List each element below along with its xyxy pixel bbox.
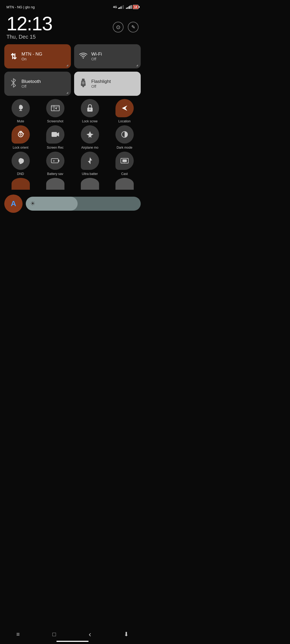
clock-area: 12:13 Thu, Dec 15 ⊙ ✎ [0,11,145,44]
clock-left: 12:13 Thu, Dec 15 [6,14,52,40]
small-tiles-row2: Lock orient Screen Rec Airplane mo Dark … [0,125,145,149]
cast-label: Cast [121,172,128,176]
tile-location[interactable]: Location [108,99,141,123]
clock-date: Thu, Dec 15 [6,34,52,40]
tile-screenshot[interactable]: Screenshot [39,99,71,123]
bluetooth-status: Off [21,84,41,89]
status-bar: MTN - NG | glo ng 4G 18 [0,0,145,11]
tile-bluetooth[interactable]: Bluetooth Off [4,72,71,96]
edit-icon[interactable]: ✎ [128,22,139,32]
wifi-expand-arrow [136,64,138,66]
bluetooth-text: Bluetooth Off [21,79,41,89]
tile-dnd[interactable]: DND [4,152,37,176]
tile-flashlight[interactable]: Flashlight Off [74,72,141,96]
flashlight-text: Flashlight Off [91,79,111,89]
clock-time: 12:13 [6,14,52,33]
partial-tile-3 [74,178,106,190]
screenrec-label: Screen Rec [47,146,64,149]
partial-circle-2 [46,178,64,190]
partial-circle-1 [12,178,30,190]
ultrabatter-circle [81,152,99,170]
bluetooth-expand-arrow [66,92,68,94]
bottom-area: A ☀ [0,192,145,215]
svg-rect-1 [82,79,85,80]
tile-lockscreen[interactable]: Lock scree [74,99,106,123]
partial-tile-2 [39,178,71,190]
svg-point-13 [20,134,21,135]
tile-darkmode[interactable]: Dark mode [108,125,141,149]
carrier-text: MTN - NG | glo ng [6,5,35,9]
network-type: 4G [113,5,117,9]
mute-label: Mute [17,119,24,123]
svg-point-0 [83,57,84,58]
location-label: Location [118,119,130,123]
tile-mtn[interactable]: ⇅ MTN - NG On [4,44,71,68]
wifi-text: Wi-Fi Off [91,52,102,61]
tile-batterysav[interactable]: + Battery sav [39,152,71,176]
tile-mute[interactable]: Mute [4,99,37,123]
tile-screenrec[interactable]: Screen Rec [39,125,71,149]
clock-action-icons: ⊙ ✎ [113,22,139,32]
svg-rect-15 [52,132,57,137]
batterysav-circle: + [46,152,64,170]
tile-lockorient[interactable]: Lock orient [4,125,37,149]
partial-tile-4 [108,178,141,190]
wifi-icon [79,52,88,61]
svg-point-11 [89,109,90,110]
tile-airplane[interactable]: Airplane mo [74,125,106,149]
tile-ultrabatter[interactable]: Ultra batter [74,152,106,176]
small-tiles-row3: DND + Battery sav Ultra batter [0,152,145,176]
partial-tile-1 [4,178,37,190]
mtn-text: MTN - NG On [21,52,42,61]
partial-tiles-row [0,178,145,190]
mtn-icon: ⇅ [9,52,18,61]
lockscreen-circle [81,99,99,117]
mute-circle [12,99,30,117]
wifi-status: Off [91,57,102,61]
partial-circle-4 [115,178,134,190]
dnd-label: DND [17,172,24,176]
battery-indicator: 18 [133,5,139,9]
svg-rect-23 [122,159,127,162]
avatar[interactable]: A [4,195,23,213]
airplane-circle [81,125,99,144]
tile-cast[interactable]: Cast [108,152,141,176]
svg-rect-18 [58,160,59,162]
brightness-icon: ☀ [30,200,35,207]
airplane-label: Airplane mo [81,146,98,149]
mtn-expand-arrow [66,64,68,66]
svg-point-3 [82,81,85,85]
partial-circle-3 [81,178,99,190]
mtn-status: On [21,57,42,61]
svg-rect-7 [51,105,59,111]
flashlight-icon [79,78,88,90]
batterysav-label: Battery sav [47,172,63,176]
cast-circle [115,152,134,170]
svg-text:+: + [53,159,55,163]
ultrabatter-label: Ultra batter [82,172,98,176]
svg-rect-2 [82,86,84,87]
screenrec-circle [46,125,64,144]
status-icons: 4G 18 [113,5,139,9]
tile-wifi[interactable]: Wi-Fi Off [74,44,141,68]
lockorient-label: Lock orient [13,146,28,149]
small-tiles-row1: Mute Screenshot Lock scree [0,99,145,123]
signal-glo [126,5,132,9]
signal-mtn [118,5,124,9]
screenshot-label: Screenshot [47,119,63,123]
wifi-label: Wi-Fi [91,52,102,57]
flashlight-label: Flashlight [91,79,111,84]
brightness-slider[interactable]: ☀ [26,197,141,211]
lockscreen-label: Lock scree [82,119,97,123]
settings-icon[interactable]: ⊙ [113,22,124,32]
darkmode-label: Dark mode [117,146,132,149]
darkmode-circle [115,125,134,144]
screenshot-circle [46,99,64,117]
dnd-circle [12,152,30,170]
location-circle [115,99,134,117]
lockorient-circle [12,125,30,144]
large-tiles-grid: ⇅ MTN - NG On Wi-Fi Off [0,44,145,96]
mtn-label: MTN - NG [21,52,42,57]
flashlight-status: Off [91,84,111,89]
bluetooth-icon [9,78,18,90]
